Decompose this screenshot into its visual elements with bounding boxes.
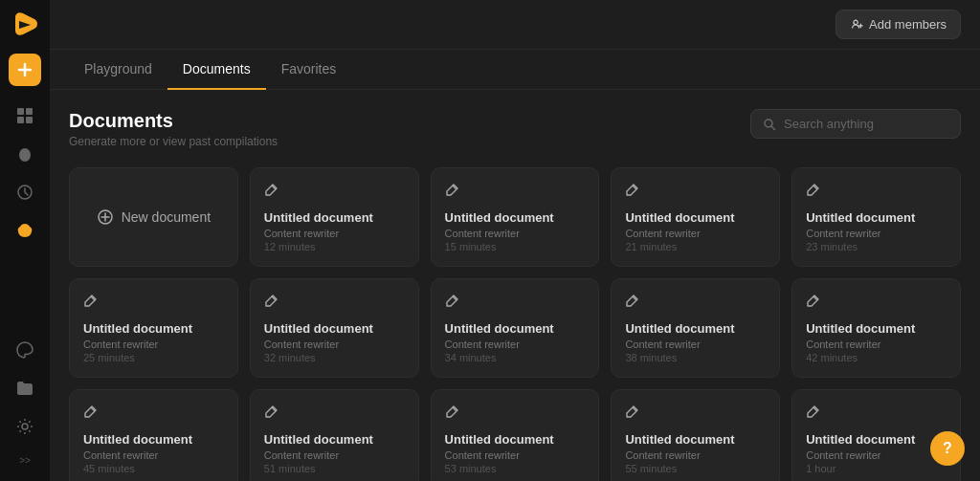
tab-favorites[interactable]: Favorites <box>266 50 352 90</box>
document-card[interactable]: Untitled document Content rewriter 38 mi… <box>611 278 780 378</box>
doc-time: 42 minutes <box>806 352 947 363</box>
doc-edit-icon <box>445 182 586 201</box>
doc-type: Content rewriter <box>83 449 224 461</box>
doc-time: 38 minutes <box>625 352 766 363</box>
doc-name: Untitled document <box>264 210 405 225</box>
doc-type: Content rewriter <box>806 449 947 461</box>
doc-type: Content rewriter <box>625 339 766 350</box>
add-button[interactable] <box>9 54 41 86</box>
svg-point-6 <box>22 424 28 429</box>
doc-name: Untitled document <box>83 321 224 336</box>
doc-time: 12 minutes <box>264 241 405 252</box>
add-members-button[interactable]: Add members <box>835 10 961 39</box>
doc-edit-icon <box>264 182 405 201</box>
doc-type: Content rewriter <box>445 228 586 239</box>
doc-type: Content rewriter <box>625 449 766 461</box>
doc-time: 51 minutes <box>264 463 405 474</box>
help-button[interactable]: ? <box>930 431 965 466</box>
document-card[interactable]: Untitled document Content rewriter 34 mi… <box>431 278 600 378</box>
doc-name: Untitled document <box>264 321 405 336</box>
svg-point-7 <box>854 20 858 24</box>
doc-name: Untitled document <box>264 432 405 447</box>
doc-type: Content rewriter <box>264 228 405 239</box>
doc-edit-icon <box>445 404 586 423</box>
doc-edit-icon <box>806 293 947 312</box>
page-subtitle: Generate more or view past compilations <box>69 135 278 148</box>
doc-time: 32 minutes <box>264 352 405 363</box>
doc-time: 21 minutes <box>625 241 766 252</box>
doc-name: Untitled document <box>445 321 586 336</box>
search-icon <box>763 118 776 131</box>
doc-edit-icon <box>806 182 947 201</box>
sidebar: >> <box>0 0 50 481</box>
doc-type: Content rewriter <box>806 339 947 350</box>
content-header: Documents Generate more or view past com… <box>69 109 961 148</box>
doc-name: Untitled document <box>625 321 766 336</box>
new-document-label: New document <box>122 209 211 225</box>
new-document-card[interactable]: New document <box>69 167 238 267</box>
content-area: Documents Generate more or view past com… <box>50 90 980 481</box>
pumpkin-icon[interactable] <box>9 214 41 247</box>
doc-name: Untitled document <box>806 432 947 447</box>
document-card[interactable]: Untitled document Content rewriter 15 mi… <box>431 167 600 267</box>
svg-rect-3 <box>26 117 33 123</box>
document-card[interactable]: Untitled document Content rewriter 45 mi… <box>69 389 238 481</box>
doc-name: Untitled document <box>445 432 586 447</box>
doc-edit-icon <box>83 404 224 423</box>
svg-point-4 <box>19 148 31 162</box>
doc-edit-icon <box>445 293 586 312</box>
document-card[interactable]: Untitled document Content rewriter 53 mi… <box>431 389 600 481</box>
egg-icon[interactable] <box>9 138 41 170</box>
doc-name: Untitled document <box>83 432 224 447</box>
doc-time: 34 minutes <box>445 352 586 363</box>
doc-time: 15 minutes <box>445 241 586 252</box>
doc-edit-icon <box>806 404 947 423</box>
plus-circle-icon <box>97 208 114 226</box>
doc-type: Content rewriter <box>83 339 224 350</box>
clock-icon[interactable] <box>9 176 41 208</box>
document-card[interactable]: Untitled document Content rewriter 55 mi… <box>611 389 780 481</box>
palette-icon[interactable] <box>9 334 41 366</box>
tab-documents[interactable]: Documents <box>167 50 266 90</box>
nav-tabs: Playground Documents Favorites <box>50 50 980 90</box>
doc-type: Content rewriter <box>445 339 586 350</box>
main-content: Add members Playground Documents Favorit… <box>50 0 980 481</box>
doc-edit-icon <box>625 293 766 312</box>
doc-name: Untitled document <box>806 321 947 336</box>
svg-rect-1 <box>26 108 33 115</box>
grid-icon[interactable] <box>9 99 41 132</box>
tab-playground[interactable]: Playground <box>69 50 167 90</box>
app-logo[interactable] <box>10 10 40 40</box>
document-card[interactable]: Untitled document Content rewriter 12 mi… <box>250 167 419 267</box>
document-grid: New document Untitled document Content r… <box>69 167 961 481</box>
doc-time: 25 minutes <box>83 352 224 363</box>
doc-time: 23 minutes <box>806 241 947 252</box>
sidebar-expand[interactable]: >> <box>9 448 41 471</box>
search-box[interactable] <box>750 109 961 139</box>
page-title: Documents <box>69 109 278 132</box>
doc-name: Untitled document <box>806 210 947 225</box>
doc-edit-icon <box>264 404 405 423</box>
content-title-block: Documents Generate more or view past com… <box>69 109 278 148</box>
document-card[interactable]: Untitled document Content rewriter 21 mi… <box>611 167 780 267</box>
doc-type: Content rewriter <box>264 339 405 350</box>
settings-icon[interactable] <box>9 410 41 443</box>
doc-time: 55 minutes <box>625 463 766 474</box>
topbar: Add members <box>50 0 980 50</box>
doc-type: Content rewriter <box>806 228 947 239</box>
document-card[interactable]: Untitled document Content rewriter 25 mi… <box>69 278 238 378</box>
document-card[interactable]: Untitled document Content rewriter 42 mi… <box>791 278 961 378</box>
doc-edit-icon <box>83 293 224 312</box>
doc-type: Content rewriter <box>625 228 766 239</box>
doc-name: Untitled document <box>445 210 586 225</box>
document-card[interactable]: Untitled document Content rewriter 23 mi… <box>791 167 961 267</box>
doc-type: Content rewriter <box>264 449 405 461</box>
svg-rect-2 <box>17 117 24 123</box>
doc-edit-icon <box>625 182 766 201</box>
search-input[interactable] <box>784 117 948 131</box>
document-card[interactable]: Untitled document Content rewriter 32 mi… <box>250 278 419 378</box>
doc-time: 53 minutes <box>445 463 586 474</box>
folder-icon[interactable] <box>9 372 41 404</box>
document-card[interactable]: Untitled document Content rewriter 51 mi… <box>250 389 419 481</box>
svg-rect-0 <box>17 108 24 115</box>
